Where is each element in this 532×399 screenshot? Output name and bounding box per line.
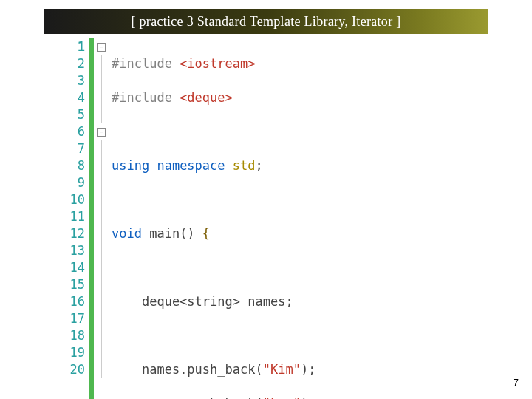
fold-column: − − — [95, 38, 107, 399]
title-bar: [ practice 3 Standard Template Library, … — [44, 9, 488, 34]
code-line: #include <deque> — [112, 89, 488, 106]
code-line — [112, 123, 488, 140]
code-line — [112, 191, 488, 208]
line-number: 19 — [63, 344, 85, 361]
code-line: void main() { — [112, 225, 488, 242]
line-number: 10 — [63, 191, 85, 208]
line-number: 16 — [63, 293, 85, 310]
code-line: names.push_back("Kim"); — [112, 361, 488, 378]
line-number: 4 — [63, 89, 85, 106]
line-number: 9 — [63, 174, 85, 191]
line-number: 3 — [63, 72, 85, 89]
line-number: 5 — [63, 106, 85, 123]
line-number: 6 — [63, 123, 85, 140]
code-line: #include <iostream> — [112, 55, 488, 72]
line-number: 1 — [63, 38, 85, 55]
line-number: 13 — [63, 242, 85, 259]
fold-toggle-icon[interactable]: − — [97, 128, 106, 137]
line-number: 20 — [63, 361, 85, 378]
code-line: names.push_back("Lee"); — [112, 395, 488, 399]
page-number: 7 — [513, 377, 519, 389]
line-number: 18 — [63, 327, 85, 344]
code-line: using namespace std; — [112, 157, 488, 174]
line-number: 15 — [63, 276, 85, 293]
line-number: 11 — [63, 208, 85, 225]
code-editor: 1 2 3 4 5 6 7 8 9 10 11 12 13 14 15 16 1… — [63, 38, 488, 399]
line-number: 14 — [63, 259, 85, 276]
line-number: 8 — [63, 157, 85, 174]
code-area[interactable]: #include <iostream> #include <deque> usi… — [107, 38, 488, 399]
fold-toggle-icon[interactable]: − — [97, 43, 106, 52]
line-number: 2 — [63, 55, 85, 72]
line-number: 12 — [63, 225, 85, 242]
title-text: [ practice 3 Standard Template Library, … — [131, 14, 400, 30]
change-marker-bar — [89, 38, 94, 399]
code-line — [112, 327, 488, 344]
line-number-gutter: 1 2 3 4 5 6 7 8 9 10 11 12 13 14 15 16 1… — [63, 38, 89, 399]
code-line: deque<string> names; — [112, 293, 488, 310]
line-number: 17 — [63, 310, 85, 327]
line-number: 7 — [63, 140, 85, 157]
code-line — [112, 259, 488, 276]
